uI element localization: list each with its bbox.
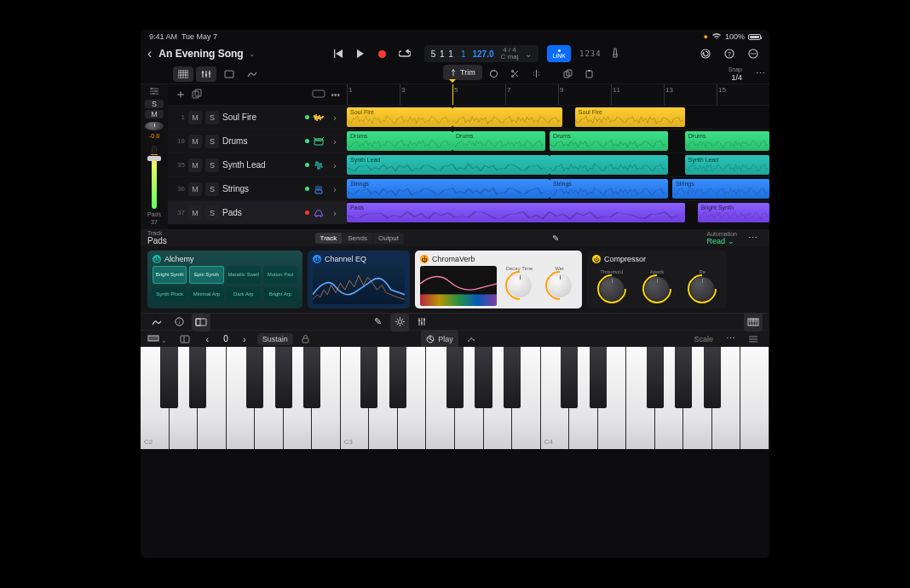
undo-button[interactable] <box>696 44 715 63</box>
track-header[interactable]: 37 M S Pads › <box>168 201 347 224</box>
inspector-tab[interactable]: Track <box>315 233 343 244</box>
solo-button[interactable]: S <box>205 159 219 172</box>
track-lane[interactable]: Soul FireSoul Fire <box>347 106 769 129</box>
region[interactable]: Soul Fire <box>575 107 685 127</box>
play-mode-button[interactable]: Play <box>421 330 458 349</box>
plugin-compressor[interactable]: ⏻Compressor ThresholdAttackRe <box>587 251 727 308</box>
track-menu-button[interactable]: ••• <box>331 90 340 100</box>
black-key[interactable] <box>504 347 521 408</box>
toolbar-more-button[interactable]: ⋯ <box>751 65 769 84</box>
split-view-button[interactable] <box>176 330 194 349</box>
settings-button[interactable] <box>744 44 763 63</box>
track-lane[interactable]: PadsBright Synth <box>347 201 769 224</box>
oct-up-button[interactable]: › <box>235 330 254 349</box>
help-button[interactable]: ? <box>720 44 739 63</box>
region[interactable] <box>452 107 562 127</box>
track-header[interactable]: 35 M S Synth Lead › <box>168 153 347 176</box>
record-button[interactable] <box>373 44 392 63</box>
smart-controls-button[interactable] <box>147 313 166 331</box>
instrument-icon[interactable] <box>313 207 325 219</box>
edit-button[interactable]: ✎ <box>368 313 387 331</box>
copy-button[interactable] <box>559 65 578 84</box>
link-button[interactable]: LINK <box>547 45 571 62</box>
preset-cell[interactable]: Minimal Arp <box>189 286 223 303</box>
record-enable-icon[interactable] <box>305 163 309 167</box>
plugin-chromaverb[interactable]: ⏻ChromaVerb Decay Time Wet <box>415 251 582 308</box>
black-key[interactable] <box>189 347 206 408</box>
expand-button[interactable]: › <box>328 182 342 196</box>
comp-knob[interactable] <box>690 277 714 301</box>
instrument-icon[interactable] <box>313 112 325 124</box>
arpeggiator-button[interactable] <box>462 330 481 349</box>
track-header[interactable]: 36 M S Strings › <box>168 177 347 200</box>
scale-button[interactable]: Scale <box>688 330 718 349</box>
region[interactable]: Bright Synth <box>698 203 769 222</box>
mute-button[interactable]: M <box>188 182 202 196</box>
view-automation-button[interactable] <box>242 66 262 82</box>
wet-knob[interactable] <box>548 274 572 297</box>
kb-more-button[interactable]: ⋯ <box>722 330 740 349</box>
preset-cell[interactable]: Bright Synth <box>153 266 187 284</box>
keyboard-view-button[interactable] <box>192 313 210 331</box>
controls-button[interactable] <box>412 313 431 331</box>
solo-button[interactable]: S <box>205 135 219 148</box>
black-key[interactable] <box>446 347 464 408</box>
record-enable-icon[interactable] <box>305 139 309 143</box>
oct-down-button[interactable]: ‹ <box>198 330 216 349</box>
inspector-more-button[interactable]: ⋯ <box>744 228 763 247</box>
paste-button[interactable] <box>580 65 599 84</box>
black-key[interactable] <box>160 347 177 408</box>
black-key[interactable] <box>475 347 492 408</box>
piano-keyboard[interactable]: C2C3C4 <box>141 347 769 449</box>
instrument-icon[interactable] <box>313 183 325 195</box>
track-header[interactable]: 18 M S Drums › <box>168 130 347 153</box>
inspector-tab[interactable]: Output <box>373 233 404 244</box>
black-key[interactable] <box>704 347 721 408</box>
region[interactable]: Drums <box>347 131 452 151</box>
presets-button[interactable] <box>390 313 409 331</box>
black-key[interactable] <box>675 347 692 408</box>
split-tool-button[interactable] <box>527 65 546 84</box>
expand-button[interactable]: › <box>328 206 342 220</box>
preset-cell[interactable]: Synth Pluck <box>153 286 187 303</box>
region[interactable]: Pads <box>347 203 685 222</box>
black-key[interactable] <box>389 347 406 408</box>
mute-button[interactable]: M <box>188 159 202 172</box>
black-key[interactable] <box>246 347 263 408</box>
time-ruler[interactable]: 1357911131517 <box>347 84 769 105</box>
region[interactable]: Strings <box>672 179 769 199</box>
cycle-button[interactable] <box>395 44 414 63</box>
track-header[interactable]: 1 M S Soul Fire › <box>168 106 347 129</box>
inspector-edit-icon[interactable]: ✎ <box>552 233 559 243</box>
view-grid-button[interactable] <box>173 66 193 82</box>
song-title[interactable]: An Evening Song <box>158 48 243 60</box>
sustain-button[interactable]: Sustain <box>257 333 293 345</box>
track-lane[interactable]: StringsStringsStrings <box>347 177 769 200</box>
region[interactable]: Synth Lead <box>685 155 769 175</box>
solo-button[interactable]: S <box>205 182 219 196</box>
region[interactable]: Strings <box>550 179 668 199</box>
plugin-channel-eq[interactable]: ⏻Channel EQ <box>308 251 410 308</box>
mute-button[interactable]: M <box>188 111 202 124</box>
inspector-tabs[interactable]: TrackSendsOutput <box>315 233 404 244</box>
info-button[interactable]: i <box>170 313 188 331</box>
mute-button[interactable]: M <box>188 206 202 220</box>
comp-knob[interactable] <box>645 277 669 301</box>
region[interactable]: Synth Lead <box>347 155 550 175</box>
expand-button[interactable]: › <box>328 135 342 148</box>
play-button[interactable] <box>351 44 370 63</box>
view-mixer-button[interactable] <box>196 66 216 82</box>
black-key[interactable] <box>590 347 607 408</box>
record-enable-icon[interactable] <box>305 187 309 191</box>
preset-cell[interactable]: Metallic Swell <box>227 266 261 284</box>
trim-tool-button[interactable]: Trim <box>443 65 482 80</box>
region[interactable]: Drums <box>685 131 769 151</box>
pan-knob[interactable] <box>145 122 164 130</box>
keyboard-size-button[interactable]: ⌄ <box>147 334 167 344</box>
lock-button[interactable] <box>297 330 315 349</box>
region[interactable]: Strings <box>347 179 550 199</box>
track-lane[interactable]: Synth LeadSynth Lead <box>347 153 769 176</box>
record-enable-icon[interactable] <box>305 115 309 119</box>
power-icon[interactable]: ⏻ <box>153 255 161 263</box>
expand-button[interactable]: › <box>328 159 342 172</box>
